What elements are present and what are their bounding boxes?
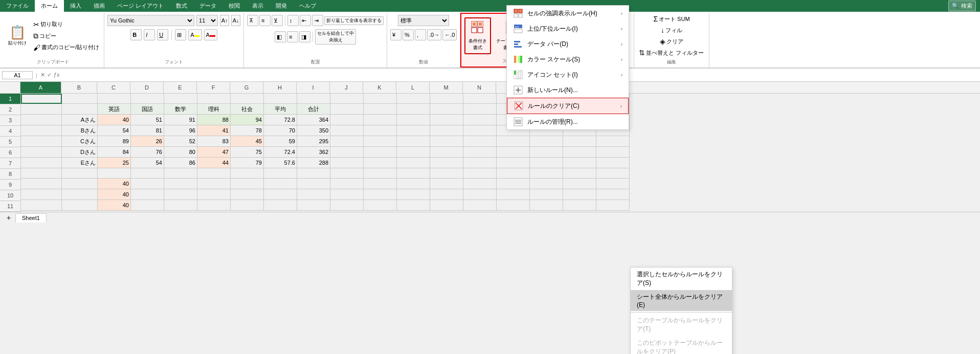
cell-e4[interactable]: 96: [164, 125, 197, 136]
cell-j7[interactable]: [330, 158, 364, 168]
cell-e2[interactable]: 数学: [164, 104, 197, 115]
cell-b4[interactable]: Bさん: [62, 125, 98, 136]
decimal-increase-button[interactable]: .0→: [427, 29, 441, 40]
cell-j1[interactable]: [330, 94, 364, 104]
cell-m9[interactable]: [430, 179, 463, 189]
submenu-clear-table[interactable]: このテーブルからルールをクリア(T): [631, 314, 732, 336]
cell-k5[interactable]: [364, 136, 397, 147]
cell-e7[interactable]: 86: [164, 158, 197, 168]
col-header-k[interactable]: K: [363, 82, 396, 93]
cell-k8[interactable]: [364, 168, 397, 179]
cell-n7[interactable]: [463, 158, 497, 168]
cell-c2[interactable]: 英語: [98, 104, 131, 115]
tab-draw[interactable]: 描画: [87, 0, 111, 12]
cell-p5[interactable]: [530, 136, 563, 147]
cell-p7[interactable]: [530, 158, 563, 168]
cell-d8[interactable]: [131, 168, 164, 179]
currency-button[interactable]: ¥: [390, 29, 402, 40]
col-header-f[interactable]: F: [197, 82, 230, 93]
col-header-e[interactable]: E: [164, 82, 197, 93]
cell-m5[interactable]: [430, 136, 463, 147]
cell-l4[interactable]: [397, 125, 430, 136]
clear-button[interactable]: ◈ クリア: [658, 36, 685, 47]
row-num-6[interactable]: 6: [0, 147, 20, 158]
row-num-5[interactable]: 5: [0, 137, 20, 147]
row-num-11[interactable]: 11: [0, 201, 20, 212]
cell-f7[interactable]: 44: [197, 158, 231, 168]
cell-c10[interactable]: 40: [98, 189, 131, 200]
cell-h3[interactable]: 72.8: [264, 115, 297, 125]
cell-q6[interactable]: [563, 147, 596, 158]
cell-i4[interactable]: 350: [297, 125, 330, 136]
cell-p9[interactable]: [530, 179, 563, 189]
row-num-3[interactable]: 3: [0, 115, 20, 126]
cell-j10[interactable]: [330, 189, 364, 200]
cell-k11[interactable]: [364, 200, 397, 211]
cell-l10[interactable]: [397, 189, 430, 200]
cell-g6[interactable]: 75: [231, 147, 264, 158]
cell-e1[interactable]: [164, 94, 197, 104]
merge-center-button[interactable]: セルを結合して中央揃え: [315, 29, 356, 45]
row-num-7[interactable]: 7: [0, 158, 20, 169]
cell-r7[interactable]: [596, 158, 630, 168]
cell-d1[interactable]: [131, 94, 164, 104]
text-direction-button[interactable]: ↕: [287, 15, 299, 26]
underline-button[interactable]: U: [157, 29, 168, 40]
cell-d6[interactable]: 76: [131, 147, 164, 158]
cell-l7[interactable]: [397, 158, 430, 168]
cell-o9[interactable]: [497, 179, 530, 189]
cell-p10[interactable]: [530, 189, 563, 200]
cell-e11[interactable]: [164, 200, 197, 211]
col-header-m[interactable]: M: [430, 82, 463, 93]
paste-button[interactable]: 📋 貼り付け: [5, 23, 30, 49]
indent-decrease-button[interactable]: ⇤: [300, 15, 311, 26]
cell-e5[interactable]: 52: [164, 136, 197, 147]
cell-c8[interactable]: [98, 168, 131, 179]
cell-c4[interactable]: 54: [98, 125, 131, 136]
cell-d5[interactable]: 26: [131, 136, 164, 147]
cell-m10[interactable]: [430, 189, 463, 200]
cell-d9[interactable]: [131, 179, 164, 189]
cell-h4[interactable]: 70: [264, 125, 297, 136]
cell-m4[interactable]: [430, 125, 463, 136]
cell-h2[interactable]: 平均: [264, 104, 297, 115]
cell-a6[interactable]: [21, 147, 62, 158]
cell-i11[interactable]: [297, 200, 330, 211]
cell-h10[interactable]: [264, 189, 297, 200]
cell-f4[interactable]: 41: [197, 125, 231, 136]
cell-e8[interactable]: [164, 168, 197, 179]
cell-h9[interactable]: [264, 179, 297, 189]
decimal-decrease-button[interactable]: ←.0: [442, 29, 457, 40]
cell-k4[interactable]: [364, 125, 397, 136]
bold-button[interactable]: B: [130, 29, 142, 40]
menu-item-top-bottom[interactable]: 10 上位/下位ルール(I) ›: [507, 21, 629, 36]
cell-j5[interactable]: [330, 136, 364, 147]
menu-item-icon-set[interactable]: アイコン セット(I) ›: [507, 67, 629, 82]
align-bottom-button[interactable]: ⊻: [272, 15, 283, 26]
cell-p6[interactable]: [530, 147, 563, 158]
cell-r11[interactable]: [596, 200, 630, 211]
tab-page-layout[interactable]: ページ レイアウト: [111, 0, 170, 12]
cell-h6[interactable]: 72.4: [264, 147, 297, 158]
tab-home[interactable]: ホーム: [35, 0, 64, 12]
cell-b1[interactable]: [62, 94, 98, 104]
cell-n6[interactable]: [463, 147, 497, 158]
cell-f3[interactable]: 88: [197, 115, 231, 125]
cell-d3[interactable]: 51: [131, 115, 164, 125]
cell-n1[interactable]: [463, 94, 497, 104]
font-color-button[interactable]: A▬: [204, 29, 217, 40]
cell-l2[interactable]: [397, 104, 430, 115]
insert-function-icon[interactable]: ƒx: [54, 72, 60, 78]
cell-l6[interactable]: [397, 147, 430, 158]
cell-i8[interactable]: [297, 168, 330, 179]
cell-a4[interactable]: [21, 125, 62, 136]
cell-j6[interactable]: [330, 147, 364, 158]
cell-l1[interactable]: [397, 94, 430, 104]
font-size-increase-button[interactable]: A↑: [220, 15, 229, 26]
number-format-select[interactable]: 標準: [398, 15, 449, 26]
row-num-4[interactable]: 4: [0, 126, 20, 137]
cell-m6[interactable]: [430, 147, 463, 158]
font-size-select[interactable]: 11: [196, 15, 218, 26]
cut-button[interactable]: ✂ 切り取り: [32, 19, 101, 30]
cell-o7[interactable]: [497, 158, 530, 168]
